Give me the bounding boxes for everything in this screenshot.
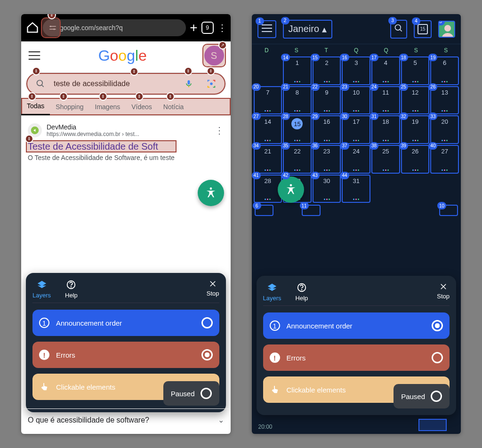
calendar-cell[interactable]: 152	[313, 56, 341, 85]
hamburger-button[interactable]: 1	[257, 20, 276, 38]
calendar-cell[interactable]: 2916	[313, 115, 341, 144]
tab-images[interactable]: ⇕ Imagens	[89, 98, 126, 115]
chevron-down-icon: ⌄	[218, 416, 224, 424]
paused-toggle[interactable]: Paused	[394, 384, 450, 408]
tune-icon	[48, 24, 57, 32]
voice-search-icon[interactable]: ⇕	[178, 73, 199, 94]
tap-icon	[39, 382, 49, 392]
tab-videos[interactable]: ⇕ Vídeos	[126, 98, 158, 115]
calendar-cell[interactable]: 3926	[401, 145, 430, 174]
accessibility-fab[interactable]	[278, 176, 304, 203]
timeline-thumb[interactable]	[418, 419, 447, 431]
calendar-cell[interactable]: 3017	[342, 115, 370, 144]
search-icon[interactable]: ⇕	[30, 73, 51, 94]
layer-errors[interactable]: ! Errors	[32, 342, 219, 368]
result-more-icon[interactable]: ⋮	[215, 125, 224, 136]
calendar-cell[interactable]: 2714	[254, 115, 282, 144]
account-avatar[interactable]: S ↗	[204, 46, 224, 65]
panel-stop-button[interactable]: Stop	[437, 282, 450, 302]
panel-tab-help[interactable]: Help	[296, 282, 308, 302]
radio-announcement[interactable]	[201, 317, 213, 328]
paused-toggle[interactable]: Paused	[163, 381, 219, 406]
calendar-cell[interactable]	[371, 175, 400, 203]
svg-point-4	[37, 80, 43, 86]
tab-switcher[interactable]: 9	[201, 22, 214, 34]
timeline-time: 20:00	[258, 424, 273, 430]
result-site-name: DevMedia	[47, 123, 139, 131]
calendar-cell[interactable]	[430, 175, 459, 203]
radio-announcement[interactable]	[432, 320, 443, 331]
tab-shopping[interactable]: ⇕ Shopping	[50, 98, 89, 115]
tab-all[interactable]: ⇕ Todas	[21, 98, 50, 115]
scanner-panel: Layers Help Stop 1 Announcement order ! …	[257, 276, 457, 415]
calendar-cell[interactable]: 229	[313, 86, 341, 115]
new-tab-button[interactable]: +	[190, 20, 197, 35]
hamburger-icon[interactable]	[28, 51, 41, 60]
calendar-cell[interactable]: 2512	[401, 86, 430, 115]
scanner-panel: Layers Help Stop 1 Announcement order ! …	[26, 273, 226, 412]
layers-icon	[267, 282, 277, 293]
svg-rect-1	[49, 26, 56, 27]
panel-tab-layers[interactable]: Layers	[263, 282, 281, 302]
panel-tab-layers[interactable]: Layers	[32, 280, 51, 299]
calendar-cell[interactable]: 185	[401, 56, 430, 85]
calendar-cell[interactable]: 3623	[313, 145, 341, 174]
calendar-cell[interactable]: 2815	[283, 115, 312, 144]
calendar-cell[interactable]: 3724	[342, 145, 370, 174]
calendar-cell[interactable]: 4431	[342, 175, 370, 203]
calendar-cell[interactable]: 3825	[371, 145, 400, 174]
radio-errors[interactable]	[201, 349, 213, 360]
accessibility-fab[interactable]	[198, 180, 224, 206]
panel-stop-button[interactable]: Stop	[207, 280, 219, 299]
panel-tab-help[interactable]: Help	[65, 280, 78, 299]
calendar-cell[interactable]: 163	[342, 56, 370, 85]
calendar-cell[interactable]: 3118	[371, 115, 400, 144]
close-icon	[439, 282, 448, 291]
calendar-cell[interactable]: 3522	[283, 145, 312, 174]
calendar-cell[interactable]: 3320	[430, 115, 459, 144]
search-box[interactable]: ⇕ ⇕ ⇕ ⇕	[26, 72, 226, 95]
calendar-cell[interactable]: 3421	[254, 145, 282, 174]
calendar-cell[interactable]: 4330	[313, 175, 341, 203]
svg-point-15	[289, 184, 292, 186]
paused-radio[interactable]	[431, 391, 442, 402]
triangle-up-icon: ▴	[322, 24, 327, 35]
svg-point-6	[210, 82, 213, 85]
svg-rect-3	[49, 29, 56, 30]
today-button[interactable]: 4 15	[414, 20, 432, 38]
layer-announcement-order[interactable]: 1 Announcement order	[263, 312, 450, 339]
calendar-cell[interactable]: 2613	[430, 86, 459, 115]
calendar-cell[interactable]: 2411	[371, 86, 400, 115]
calendar-cell[interactable]: 207	[254, 86, 282, 115]
calendar-cell[interactable]: 196	[430, 56, 459, 85]
search-button[interactable]: 3	[390, 20, 407, 39]
home-icon[interactable]	[26, 21, 39, 34]
google-header: Google S ↗	[21, 41, 231, 70]
account-avatar[interactable]: 5	[438, 21, 455, 38]
google-logo[interactable]: Google	[98, 47, 147, 64]
month-picker[interactable]: 2 Janeiro ▴	[283, 20, 333, 39]
lens-icon[interactable]: ⇕	[201, 73, 222, 94]
url-bar[interactable]: ⇕ google.com/search?q	[43, 19, 186, 36]
radio-errors[interactable]	[432, 352, 443, 363]
search-input[interactable]	[53, 79, 177, 88]
number-one-icon: 1	[270, 320, 280, 331]
paused-radio[interactable]	[201, 388, 212, 399]
calendar-cell[interactable]: 4027	[430, 145, 459, 174]
calendar-cell[interactable]: 2310	[342, 86, 370, 115]
layer-announcement-order[interactable]: 1 Announcement order	[32, 310, 219, 336]
related-question[interactable]: O que é acessibilidade de software? ⌄	[21, 408, 231, 431]
result-title[interactable]: ⇕ Teste de Acessibilidade de Soft	[28, 141, 224, 152]
calendar-cell[interactable]	[254, 56, 282, 85]
calendar-cell[interactable]: 3219	[401, 115, 430, 144]
layer-errors[interactable]: ! Errors	[263, 344, 450, 371]
calendar-cell[interactable]	[401, 175, 430, 203]
search-result[interactable]: DevMedia https://www.devmedia.com.br › t…	[21, 116, 231, 161]
calendar-cell[interactable]: 174	[371, 56, 400, 85]
tab-news[interactable]: ⇕ Notícia	[158, 98, 190, 115]
svg-point-11	[395, 24, 401, 30]
calendar-cell[interactable]: 218	[283, 86, 312, 115]
calendar-cell[interactable]: 141	[283, 56, 312, 85]
overflow-menu-icon[interactable]: ⋮	[217, 22, 226, 33]
result-site-url: https://www.devmedia.com.br › test...	[47, 131, 139, 137]
